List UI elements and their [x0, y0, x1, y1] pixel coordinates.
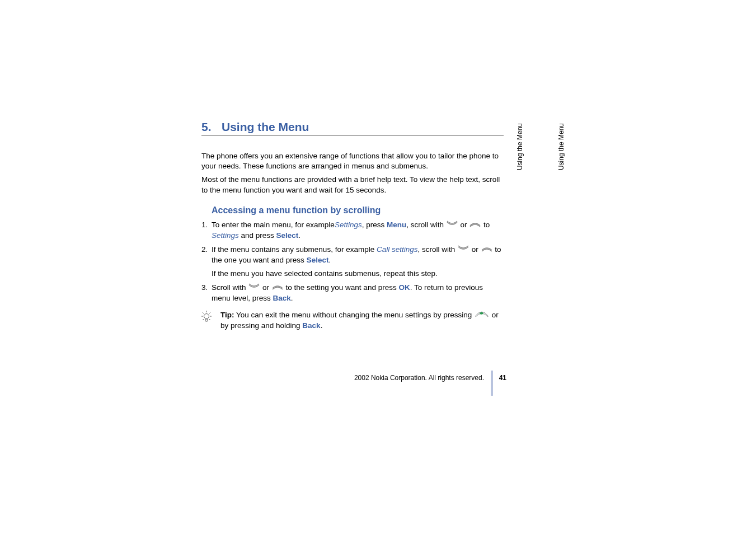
list-number: 1.: [201, 220, 208, 231]
intro-para-1: The phone offers you an extensive range …: [201, 151, 504, 171]
text: .: [328, 256, 331, 264]
copyright-text: 2002 Nokia Corporation. All rights reser…: [354, 374, 484, 382]
text: to the setting you want and press: [284, 283, 399, 292]
svg-point-0: [204, 314, 209, 319]
svg-line-6: [203, 319, 204, 320]
page-footer: 2002 Nokia Corporation. All rights reser…: [201, 374, 506, 385]
chapter-title: Using the Menu: [222, 120, 309, 133]
ok-keyword: OK: [398, 283, 410, 292]
back-keyword: Back: [302, 321, 320, 330]
chapter-heading: 5. Using the Menu: [201, 120, 504, 135]
side-tab-inner: Using the Menu: [516, 123, 524, 170]
list-item: 2. If the menu contains any submenus, fo…: [201, 245, 504, 280]
text: , scroll with: [417, 245, 457, 254]
footer-divider: [491, 371, 493, 396]
sub-para: If the menu you have selected contains s…: [212, 269, 504, 279]
text: to: [481, 221, 490, 229]
list-item: 1. To enter the main menu, for exampleSe…: [201, 220, 504, 241]
text: To enter the main menu, for example: [212, 221, 335, 229]
settings-keyword: Settings: [212, 231, 239, 240]
side-tab-outer: Using the Menu: [557, 123, 565, 170]
svg-rect-8: [205, 319, 208, 321]
list-item: 3. Scroll with or to the setting you wan…: [201, 283, 504, 304]
lightbulb-icon: [201, 311, 215, 325]
text: You can exit the menu without changing t…: [234, 311, 475, 319]
svg-line-2: [203, 312, 204, 313]
section-heading: Accessing a menu function by scrolling: [212, 205, 504, 216]
page-number: 41: [499, 374, 506, 382]
call-settings-keyword: Call settings: [377, 245, 418, 254]
text: .: [291, 294, 293, 302]
text: .: [298, 231, 300, 240]
list-number: 2.: [201, 245, 208, 255]
text: or: [260, 283, 271, 292]
tip-text: Tip: You can exit the menu without chang…: [220, 310, 504, 331]
menu-keyword: Menu: [387, 221, 406, 229]
svg-line-7: [209, 319, 210, 320]
scroll-up-icon: [481, 245, 492, 255]
call-key-icon: [475, 310, 489, 321]
select-keyword: Select: [307, 256, 329, 264]
scroll-up-icon: [272, 283, 283, 293]
text: Scroll with: [212, 283, 248, 292]
back-keyword: Back: [273, 294, 291, 302]
tip-label: Tip:: [220, 311, 234, 319]
text: , press: [362, 221, 387, 229]
svg-line-3: [209, 312, 210, 313]
chapter-number: 5.: [201, 120, 212, 133]
scroll-down-icon: [248, 283, 260, 293]
steps-list: 1. To enter the main menu, for exampleSe…: [201, 220, 504, 304]
page-content: 5. Using the Menu The phone offers you a…: [201, 120, 504, 331]
scroll-down-icon: [447, 220, 458, 231]
text: and press: [239, 231, 276, 240]
settings-keyword: Settings: [335, 221, 362, 229]
text: , scroll with: [406, 221, 446, 229]
tip-block: Tip: You can exit the menu without chang…: [201, 310, 504, 331]
text: .: [321, 321, 323, 330]
intro-para-2: Most of the menu functions are provided …: [201, 175, 504, 195]
text: or: [458, 221, 469, 229]
text: or: [469, 245, 481, 254]
list-number: 3.: [201, 283, 208, 293]
scroll-down-icon: [458, 245, 469, 255]
text: If the menu contains any submenus, for e…: [212, 245, 377, 254]
select-keyword: Select: [276, 231, 299, 240]
scroll-up-icon: [469, 220, 481, 231]
